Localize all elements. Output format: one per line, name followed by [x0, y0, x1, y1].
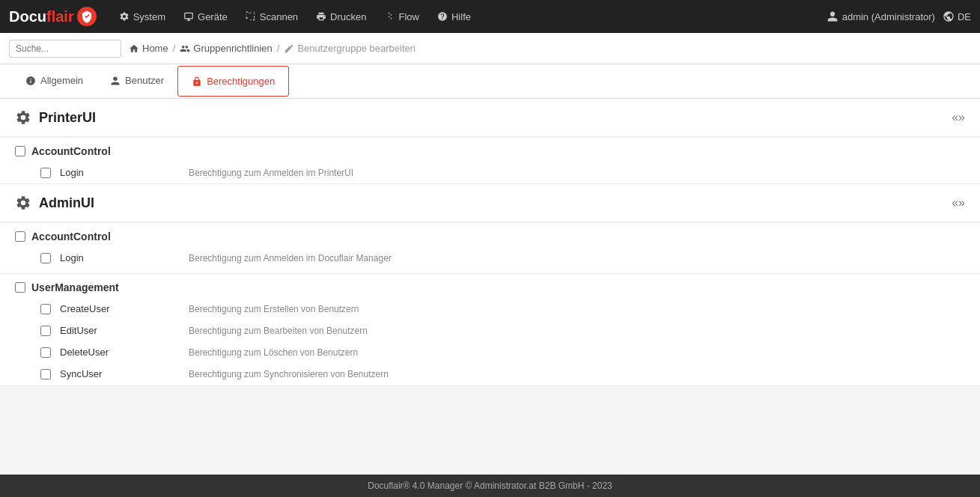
perm-login2-checkbox[interactable] [40, 253, 51, 263]
section-printerui-collapse[interactable]: «» [952, 111, 965, 124]
breadcrumb: Home / Gruppenrichtlinien / Benutzergrup… [129, 43, 416, 54]
section-printerui-title: PrinterUI [15, 109, 96, 126]
nav-hilfe[interactable]: Hilfe [430, 8, 478, 25]
brand: Docuflair [9, 7, 97, 26]
tab-allgemein[interactable]: Allgemein [12, 66, 97, 97]
nav-flow[interactable]: Flow [377, 8, 427, 25]
nav-drucken[interactable]: Drucken [308, 8, 374, 25]
nav-geraete[interactable]: Geräte [176, 8, 235, 25]
group-usermanagement: UserManagement [0, 274, 980, 298]
tab-berechtigungen-label: Berechtigungen [207, 76, 275, 87]
group-accountcontrol1: AccountControl [0, 138, 980, 162]
section-adminui-collapse[interactable]: «» [952, 196, 965, 210]
nav-flow-label: Flow [399, 11, 419, 22]
breadcrumb-current: Benutzergruppe bearbeiten [284, 43, 416, 54]
nav-system[interactable]: System [112, 8, 173, 25]
user-label: admin (Administrator) [842, 11, 935, 22]
group-accountcontrol2-checkbox[interactable] [15, 231, 25, 242]
nav-drucken-label: Drucken [330, 11, 366, 22]
search-input[interactable] [9, 40, 121, 58]
perm-deleteuser: DeleteUser Berechtigung zum Löschen von … [0, 341, 980, 363]
brand-logo [77, 7, 97, 26]
breadcrumb-home[interactable]: Home [129, 43, 168, 54]
tab-allgemein-label: Allgemein [40, 75, 83, 86]
navbar-right: admin (Administrator) DE [827, 10, 971, 22]
perm-edituser-checkbox[interactable] [40, 326, 51, 336]
section-adminui-header: AdminUI «» [0, 184, 980, 222]
perm-syncuser-checkbox[interactable] [40, 369, 51, 379]
navbar: Docuflair System Geräte Scannen Drucken … [0, 0, 980, 33]
section-printerui-header: PrinterUI «» [0, 99, 980, 137]
user-info: admin (Administrator) [827, 10, 935, 22]
brand-docu: Docu [9, 8, 46, 25]
nav-hilfe-label: Hilfe [451, 11, 471, 22]
perm-edituser: EditUser Berechtigung zum Bearbeiten von… [0, 320, 980, 341]
lang-label: DE [958, 11, 971, 22]
tab-berechtigungen[interactable]: Berechtigungen [177, 66, 289, 97]
section-adminui-title: AdminUI [15, 195, 94, 211]
group-accountcontrol2: AccountControl [0, 223, 980, 247]
group-accountcontrol1-checkbox[interactable] [15, 146, 25, 156]
perm-login1: Login Berechtigung zum Anmelden im Print… [0, 162, 980, 183]
breadcrumb-sep2: / [277, 43, 280, 54]
tab-benutzer[interactable]: Benutzer [97, 66, 177, 97]
perm-createuser: CreateUser Berechtigung zum Erstellen vo… [0, 298, 980, 320]
content-area: PrinterUI «» AccountControl Login Berech… [0, 99, 980, 385]
group-usermanagement-checkbox[interactable] [15, 282, 25, 293]
nav-geraete-label: Geräte [198, 11, 228, 22]
perm-syncuser: SyncUser Berechtigung zum Synchronisiere… [0, 363, 980, 385]
perm-login2: Login Berechtigung zum Anmelden im Docuf… [0, 247, 980, 269]
topbar: Home / Gruppenrichtlinien / Benutzergrup… [0, 33, 980, 64]
tab-benutzer-label: Benutzer [125, 75, 164, 86]
nav-system-label: System [133, 11, 165, 22]
nav-scannen[interactable]: Scannen [238, 8, 305, 25]
breadcrumb-gruppenrichtlinien[interactable]: Gruppenrichtlinien [180, 43, 273, 54]
nav-scannen-label: Scannen [260, 11, 298, 22]
perm-deleteuser-checkbox[interactable] [40, 347, 51, 358]
tabs-bar: Allgemein Benutzer Berechtigungen [0, 64, 980, 99]
perm-createuser-checkbox[interactable] [40, 304, 51, 314]
brand-flair: flair [46, 8, 74, 25]
language-selector[interactable]: DE [943, 10, 971, 22]
perm-login1-checkbox[interactable] [40, 168, 51, 178]
breadcrumb-sep1: / [173, 43, 176, 54]
